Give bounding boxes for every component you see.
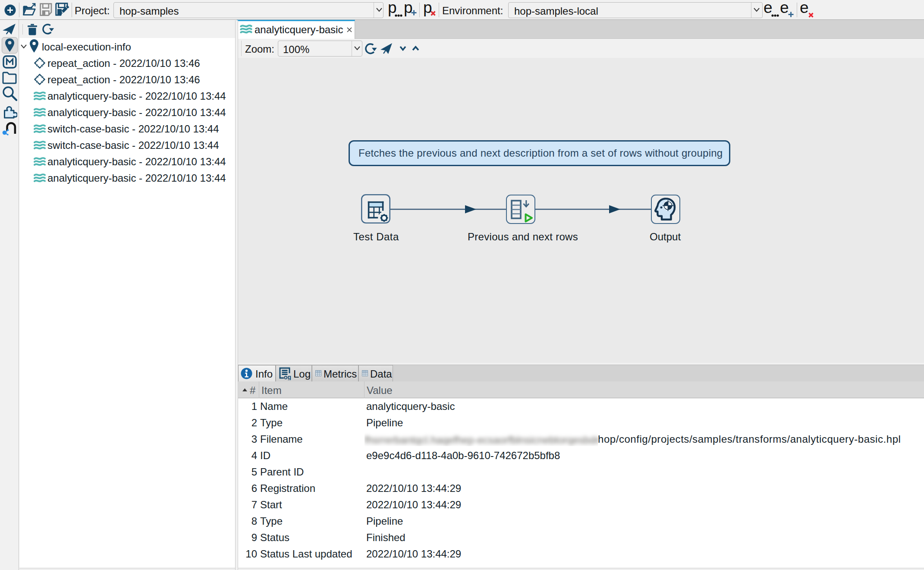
svg-text:og: og — [284, 374, 291, 380]
